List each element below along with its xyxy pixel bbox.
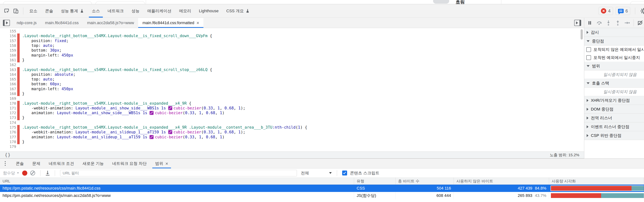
checkbox-unchecked[interactable] [586, 47, 591, 52]
drawer-tab[interactable]: 범위× [151, 159, 172, 168]
device-toolbar-icon[interactable] [12, 7, 20, 15]
step-out-icon[interactable] [614, 19, 621, 26]
checkbox-unchecked[interactable] [586, 55, 591, 60]
drawer-tab[interactable]: 네트워크 조건 [44, 159, 78, 168]
line-number[interactable]: 166 [0, 82, 16, 86]
drawer-tab[interactable]: 새로운 기능 [78, 159, 108, 168]
line-number[interactable]: 157 [0, 39, 16, 43]
triangle-right-icon [587, 117, 588, 120]
file-tab[interactable]: ndp-core.js [12, 18, 41, 28]
drawer-tab[interactable]: 콘솔 [12, 159, 28, 168]
scrollbar-thumb[interactable] [580, 29, 583, 39]
main-panel-tab[interactable]: Lighthouse [195, 4, 222, 17]
sidebar-section-collapsed[interactable]: 감시 [584, 28, 644, 37]
drawer-tab[interactable]: 문제 [28, 159, 44, 168]
main-panel-tab[interactable]: CSS 개요 [222, 4, 254, 17]
line-number[interactable]: 175 [0, 125, 16, 130]
main-panel-tab[interactable]: 애플리케이션 [143, 4, 175, 17]
step-into-icon[interactable] [605, 19, 612, 26]
main-panel-tab[interactable]: 네트워크 [104, 4, 128, 17]
file-tabs: ndp-core.jsmain.f6c8441d.cssmain.acc2da5… [12, 18, 204, 28]
bezier-swatch-icon[interactable] [168, 130, 172, 134]
sidebar-section-expanded[interactable]: 중단점 [584, 37, 644, 45]
close-tab-icon[interactable]: × [165, 161, 168, 166]
clear-coverage-icon[interactable] [30, 171, 35, 176]
line-number[interactable]: 172 [0, 111, 16, 115]
column-header[interactable]: 사용량 시각화 [549, 178, 644, 185]
record-coverage-button[interactable] [22, 171, 27, 176]
pause-script-icon[interactable] [586, 19, 593, 26]
line-number[interactable]: 161 [0, 58, 16, 62]
line-number[interactable]: 159 [0, 48, 16, 52]
step-icon[interactable] [624, 19, 630, 26]
settings-gear-icon[interactable] [640, 7, 644, 15]
line-number[interactable]: 173 [0, 115, 16, 120]
sidebar-section-collapsed[interactable]: DOM 중단점 [584, 105, 644, 114]
line-number[interactable]: 163 [0, 67, 16, 72]
drawer-tab[interactable]: 네트워크 요청 차단 [108, 159, 151, 168]
main-panel-tab[interactable]: 메모리 [175, 4, 195, 17]
main-panel-tab[interactable]: 성능 [128, 4, 143, 17]
line-number[interactable]: 168 [0, 91, 16, 96]
column-header[interactable]: URL [0, 178, 354, 185]
show-navigator-icon[interactable] [3, 20, 10, 26]
sidebar-section-collapsed[interactable]: XHR/가져오기 중단점 [584, 96, 644, 105]
step-over-icon[interactable] [596, 19, 602, 26]
coverage-toolbar-divider [337, 170, 337, 176]
code-editor[interactable]: 155156.Layout-module__right_bottom___s54… [0, 28, 584, 152]
column-header[interactable]: 유형 [354, 178, 396, 185]
column-header[interactable]: 사용하지 않은 바이트 [454, 178, 549, 185]
sidebar-section-collapsed[interactable]: 전역 리스너 [584, 114, 644, 122]
bezier-swatch-icon[interactable] [168, 106, 172, 110]
main-panel-tab[interactable]: 요소 [26, 4, 41, 17]
file-tab[interactable]: main.acc2da58.js?o=www [83, 18, 138, 28]
sidebar-section-collapsed[interactable]: CSP 위반 중단점 [584, 131, 644, 140]
bezier-swatch-icon[interactable] [150, 111, 154, 115]
line-number[interactable]: 165 [0, 77, 16, 81]
sidebar-section-expanded[interactable]: 호출 스택 [584, 79, 644, 88]
show-debugger-sidebar-icon[interactable] [574, 20, 581, 26]
issues-badge-button[interactable]: 6 [616, 7, 630, 15]
bezier-swatch-icon[interactable] [150, 135, 154, 139]
deactivate-breakpoints-icon[interactable] [637, 19, 644, 26]
table-row[interactable]: https://pm.pstatic.net/resources/js/main… [0, 192, 644, 199]
line-number[interactable]: 169 [0, 96, 16, 101]
line-number[interactable]: 167 [0, 87, 16, 91]
content-scripts-checkbox[interactable] [342, 171, 347, 176]
line-number[interactable]: 170 [0, 101, 16, 106]
line-number[interactable]: 177 [0, 135, 16, 139]
more-tools-kebab-icon[interactable] [2, 161, 8, 166]
line-number[interactable]: 179 [0, 144, 16, 149]
file-tab[interactable]: main.f6c8441d.css:formatted× [138, 18, 204, 28]
line-number[interactable]: 156 [0, 34, 16, 38]
export-download-icon[interactable]: ↓ [46, 171, 50, 176]
code-token: } [22, 140, 24, 144]
line-number[interactable]: 178 [0, 140, 16, 144]
line-number[interactable]: 164 [0, 72, 16, 77]
url-filter-input[interactable] [60, 170, 297, 176]
main-panel-tab[interactable]: 콘솔 [41, 4, 57, 17]
sidebar-section-expanded[interactable]: 범위 [584, 62, 644, 70]
main-panel-tab[interactable]: 소스 [88, 4, 104, 17]
line-number[interactable]: 162 [0, 63, 16, 67]
close-tab-icon[interactable]: × [196, 20, 199, 25]
column-header[interactable]: 총 바이트 수 [396, 178, 454, 185]
errors-badge-button[interactable]: 4 [598, 7, 613, 15]
tab-label: 소스 [92, 8, 100, 14]
main-panel-tab[interactable]: 성능 통계 [57, 4, 88, 17]
inspect-element-icon[interactable] [2, 7, 11, 15]
pretty-print-button[interactable]: {} [5, 152, 11, 158]
line-number[interactable]: 158 [0, 43, 16, 48]
line-number[interactable]: 176 [0, 130, 16, 134]
editor-scrollbar[interactable] [580, 28, 583, 151]
file-tab[interactable]: main.f6c8441d.css [41, 18, 83, 28]
sidebar-section-collapsed[interactable]: 이벤트 리스너 중단점 [584, 122, 644, 131]
line-number[interactable]: 174 [0, 120, 16, 125]
line-number[interactable]: 160 [0, 53, 16, 57]
line-number[interactable]: 171 [0, 106, 16, 110]
coverage-mode-select[interactable]: 함수당 [3, 170, 19, 176]
line-number[interactable]: 155 [0, 29, 16, 33]
table-row[interactable]: https://pm.pstatic.net/resources/css/mai… [0, 185, 644, 192]
type-filter-select[interactable]: 전체 [301, 170, 332, 176]
url-cell: https://pm.pstatic.net/resources/js/main… [0, 192, 354, 199]
